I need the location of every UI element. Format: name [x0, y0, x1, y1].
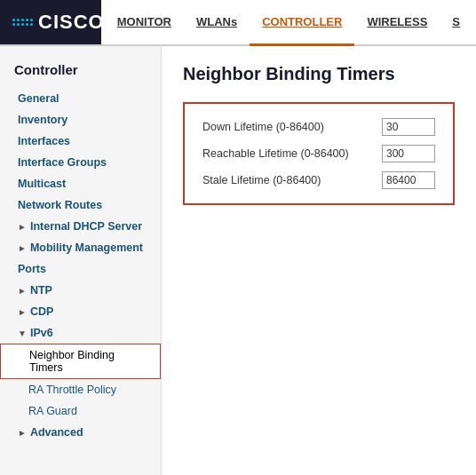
down-lifetime-input[interactable] — [382, 118, 435, 136]
expand-icon — [18, 222, 27, 232]
sidebar-item-mobility[interactable]: Mobility Management — [0, 237, 161, 258]
down-lifetime-label: Down Lifetime (0-86400) — [202, 121, 371, 133]
sidebar-item-cdp[interactable]: CDP — [0, 301, 161, 322]
collapse-icon — [18, 329, 27, 338]
sidebar-title: Controller — [0, 55, 161, 88]
page-title: Neighbor Binding Timers — [183, 64, 455, 84]
sidebar-item-general[interactable]: General — [0, 88, 161, 109]
sidebar-item-ra-throttle[interactable]: RA Throttle Policy — [0, 379, 161, 400]
stale-lifetime-label: Stale Lifetime (0-86400) — [202, 174, 371, 186]
sidebar-item-inventory[interactable]: Inventory — [0, 109, 161, 131]
nav-monitor[interactable]: MONITOR — [105, 0, 184, 46]
cisco-icon — [12, 19, 33, 26]
sidebar-item-interface-groups[interactable]: Interface Groups — [0, 152, 161, 173]
sidebar: Controller General Inventory Interfaces … — [0, 46, 162, 475]
sidebar-item-interfaces[interactable]: Interfaces — [0, 131, 161, 152]
nav-wireless[interactable]: WIRELESS — [354, 0, 440, 46]
sidebar-item-neighbor-binding[interactable]: Neighbor Binding Timers — [0, 344, 161, 379]
sidebar-item-multicast[interactable]: Multicast — [0, 173, 161, 194]
reachable-lifetime-input[interactable] — [382, 145, 435, 162]
neighbor-binding-form: Down Lifetime (0-86400) Reachable Lifeti… — [183, 102, 455, 205]
sidebar-item-ra-guard[interactable]: RA Guard — [0, 400, 161, 422]
logo-area: CISCO — [0, 0, 101, 44]
nav-more[interactable]: S — [440, 0, 472, 46]
sidebar-item-internal-dhcp[interactable]: Internal DHCP Server — [0, 216, 161, 237]
reachable-lifetime-row: Reachable Lifetime (0-86400) — [202, 145, 435, 162]
top-navigation: CISCO MONITOR WLANs CONTROLLER WIRELESS … — [0, 0, 476, 46]
down-lifetime-row: Down Lifetime (0-86400) — [202, 118, 435, 136]
stale-lifetime-row: Stale Lifetime (0-86400) — [202, 171, 435, 189]
sidebar-item-ports[interactable]: Ports — [0, 258, 161, 280]
expand-icon — [18, 428, 27, 438]
reachable-lifetime-label: Reachable Lifetime (0-86400) — [202, 147, 371, 160]
nav-controller[interactable]: CONTROLLER — [250, 0, 354, 46]
sidebar-item-network-routes[interactable]: Network Routes — [0, 194, 161, 216]
expand-icon — [18, 286, 27, 296]
expand-icon — [18, 243, 27, 253]
nav-menu: MONITOR WLANs CONTROLLER WIRELESS S — [101, 0, 476, 44]
expand-icon — [18, 307, 27, 317]
sidebar-item-advanced[interactable]: Advanced — [0, 422, 161, 443]
sidebar-item-ntp[interactable]: NTP — [0, 280, 161, 301]
main-layout: Controller General Inventory Interfaces … — [0, 46, 476, 475]
cisco-logo: CISCO — [38, 11, 105, 34]
sidebar-item-ipv6[interactable]: IPv6 — [0, 322, 161, 344]
nav-wlans[interactable]: WLANs — [184, 0, 250, 46]
stale-lifetime-input[interactable] — [382, 171, 435, 189]
content-area: Neighbor Binding Timers Down Lifetime (0… — [162, 46, 476, 475]
